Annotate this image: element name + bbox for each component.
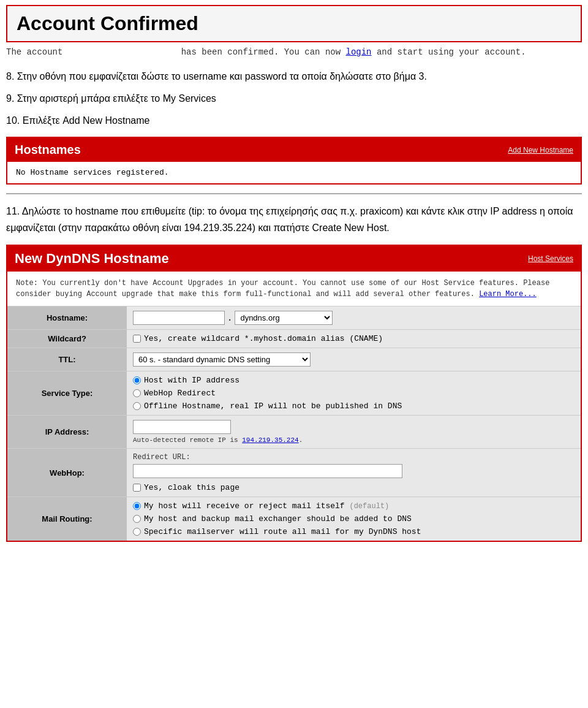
service-type-host-radio[interactable] <box>133 376 141 384</box>
service-type-label: Service Type: <box>7 371 127 416</box>
mail-routing-self-label: My host will receive or reject mail itse… <box>144 501 389 511</box>
wildcard-checkbox[interactable] <box>133 335 141 343</box>
wildcard-check-text: Yes, create wildcard *.myhost.domain ali… <box>144 334 383 343</box>
hostnames-title: Hostnames <box>15 143 81 157</box>
hostname-input[interactable] <box>133 311 225 325</box>
ip-address-input[interactable] <box>133 420 231 434</box>
webhop-input-cell: Redirect URL: Yes, cloak this page <box>127 449 581 497</box>
step10-text: 10. Επιλέξτε Add New Hostname <box>6 111 582 131</box>
learn-more-link[interactable]: Learn More... <box>479 290 537 299</box>
hostname-label: Hostname: <box>7 306 127 330</box>
cloak-checkbox[interactable] <box>133 484 141 492</box>
dyndns-note-text: Note: You currently don't have Account U… <box>16 279 549 299</box>
webhop-url-input[interactable] <box>133 464 402 478</box>
no-hostname-text: No Hostname services registered. <box>16 168 169 177</box>
hostnames-header: Hostnames Add New Hostname <box>7 138 581 162</box>
mail-routing-row: Mail Routing: My host will receive or re… <box>7 497 581 541</box>
mail-routing-backup-radio[interactable] <box>133 515 141 523</box>
service-type-input-cell: Host with IP address WebHop Redirect Off… <box>127 371 581 416</box>
ttl-input-cell: 60 s. - standard dynamic DNS setting <box>127 348 581 371</box>
host-services-link[interactable]: Host Services <box>528 254 573 263</box>
confirmation-middle: has been confirmed. You can now <box>181 47 341 57</box>
ip-address-label: IP Address: <box>7 416 127 449</box>
service-type-host-label: Host with IP address <box>144 376 239 385</box>
confirmation-prefix: The account <box>6 47 62 57</box>
hostname-row: Hostname: . dyndns.org dyndns.com dyndns… <box>7 306 581 330</box>
account-confirmed-box: Account Confirmed <box>6 5 582 42</box>
mail-routing-input-cell: My host will receive or reject mail itse… <box>127 497 581 541</box>
wildcard-row: Wildcard? Yes, create wildcard *.myhost.… <box>7 330 581 348</box>
service-type-row: Service Type: Host with IP address WebHo… <box>7 371 581 416</box>
mail-routing-label: Mail Routing: <box>7 497 127 541</box>
hostname-domain-select[interactable]: dyndns.org dyndns.com dyndns.net <box>235 311 333 325</box>
mail-routing-self-radio[interactable] <box>133 502 141 510</box>
dyndns-section: New DynDNS Hostname Host Services Note: … <box>6 245 582 542</box>
confirmation-suffix: and start using your account. <box>377 47 526 57</box>
hostnames-section: Hostnames Add New Hostname No Hostname s… <box>6 137 582 185</box>
login-link[interactable]: login <box>346 47 372 57</box>
mail-routing-specific-radio[interactable] <box>133 528 141 536</box>
dyndns-form-table: Hostname: . dyndns.org dyndns.com dyndns… <box>7 306 581 541</box>
auto-detect-text: Auto-detected remote IP is 194.219.35.22… <box>133 436 575 444</box>
hostname-input-cell: . dyndns.org dyndns.com dyndns.net <box>127 306 581 330</box>
dyndns-title: New DynDNS Hostname <box>15 251 169 267</box>
ip-address-row: IP Address: Auto-detected remote IP is 1… <box>7 416 581 449</box>
add-new-hostname-link[interactable]: Add New Hostname <box>508 146 573 154</box>
page-title: Account Confirmed <box>17 12 571 35</box>
service-type-offline-label: Offline Hostname, real IP will not be pu… <box>144 402 402 411</box>
mail-routing-specific-label: Specific mailserver will route all mail … <box>144 527 421 536</box>
hostnames-body: No Hostname services registered. <box>7 162 581 183</box>
dyndns-note: Note: You currently don't have Account U… <box>7 272 581 306</box>
mail-routing-backup-label: My host and backup mail exchanger should… <box>144 514 412 523</box>
step8-text: 8. Στην οθόνη που εμφανίζεται δώστε το u… <box>6 67 582 86</box>
ttl-select[interactable]: 60 s. - standard dynamic DNS setting <box>133 352 311 367</box>
ttl-row: TTL: 60 s. - standard dynamic DNS settin… <box>7 348 581 371</box>
webhop-label-cell: WebHop: <box>7 449 127 497</box>
service-type-webhop-label: WebHop Redirect <box>144 389 216 398</box>
auto-detect-ip-link[interactable]: 194.219.35.224 <box>242 436 298 444</box>
hostname-dot: . <box>227 313 232 323</box>
divider <box>6 193 582 194</box>
confirmation-text: The account has been confirmed. You can … <box>6 47 582 57</box>
step11-text: 11. Δηλώστε το hostname που επιθυμείτε (… <box>6 203 582 236</box>
ip-address-input-cell: Auto-detected remote IP is 194.219.35.22… <box>127 416 581 449</box>
wildcard-label: Wildcard? <box>7 330 127 348</box>
step9-text: 9. Στην αριστερή μπάρα επιλέξτε το My Se… <box>6 89 582 108</box>
ttl-label: TTL: <box>7 348 127 371</box>
instructions: 8. Στην οθόνη που εμφανίζεται δώστε το u… <box>6 67 582 131</box>
redirect-url-label: Redirect URL: <box>133 453 575 462</box>
dyndns-header: New DynDNS Hostname Host Services <box>7 246 581 272</box>
cloak-label: Yes, cloak this page <box>144 483 239 492</box>
wildcard-input-cell: Yes, create wildcard *.myhost.domain ali… <box>127 330 581 348</box>
service-type-webhop-radio[interactable] <box>133 389 141 397</box>
webhop-row: WebHop: Redirect URL: Yes, cloak this pa… <box>7 449 581 497</box>
service-type-offline-radio[interactable] <box>133 402 141 410</box>
